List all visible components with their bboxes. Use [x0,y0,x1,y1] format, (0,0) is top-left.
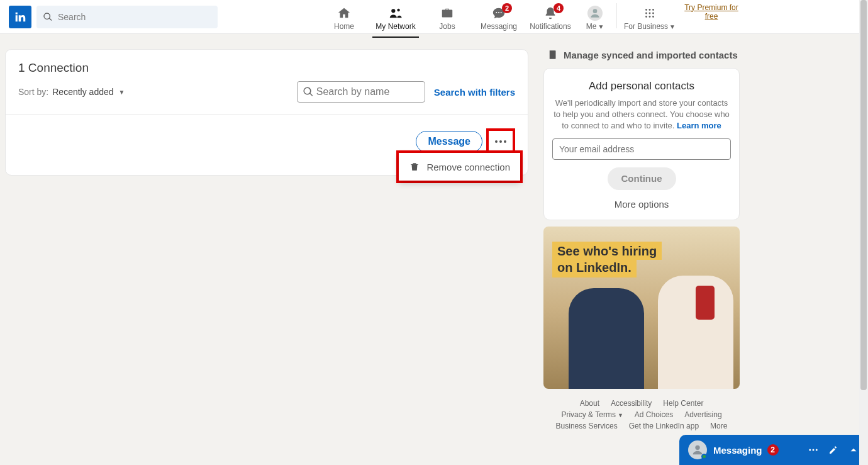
footer-accessibility[interactable]: Accessibility [611,399,652,408]
footer-adchoices[interactable]: Ad Choices [635,410,673,419]
caret-down-icon: ▼ [618,412,623,418]
svg-point-7 [649,9,651,11]
more-horizontal-icon[interactable] [808,444,819,456]
svg-point-11 [652,12,654,14]
svg-point-13 [649,16,651,18]
ad-text-line1: See who's hiring [552,242,662,260]
footer-help[interactable]: Help Center [663,399,703,408]
people-icon [389,6,403,20]
dock-badge: 2 [767,444,779,456]
dock-title: Messaging [713,445,762,456]
nav-divider [616,3,617,28]
message-button[interactable]: Message [416,131,482,152]
svg-point-4 [501,12,502,13]
svg-point-14 [652,16,654,18]
search-with-filters-link[interactable]: Search with filters [434,87,515,98]
avatar-icon [688,440,707,459]
svg-point-10 [649,12,651,14]
email-input[interactable] [552,138,731,160]
continue-button[interactable]: Continue [608,167,676,190]
ad-text-line2: on LinkedIn. [552,259,637,277]
svg-point-2 [496,12,497,13]
footer-links: About Accessibility Help Center Privacy … [543,399,740,430]
search-placeholder: Search [58,12,86,22]
vertical-scrollbar[interactable] [859,0,868,465]
svg-point-0 [391,9,395,13]
address-book-icon [547,49,559,60]
ad-illustration [569,288,644,389]
notifications-badge: 4 [554,3,564,13]
messaging-badge: 2 [502,3,512,13]
search-icon [303,86,314,98]
add-contacts-card: Add personal contacts We'll periodically… [543,68,740,220]
nav-home[interactable]: Home [318,3,370,31]
svg-point-3 [498,12,499,13]
footer-about[interactable]: About [580,399,599,408]
footer-more[interactable]: More [710,422,727,430]
svg-point-17 [813,449,815,451]
compose-icon[interactable] [828,444,839,456]
avatar-icon [587,6,603,21]
svg-point-9 [645,12,647,14]
footer-get-app[interactable]: Get the LinkedIn app [629,422,699,430]
online-status-dot [701,454,707,459]
nav-notifications[interactable]: Notifications 4 [525,3,576,31]
manage-contacts-link[interactable]: Manage synced and imported contacts [543,49,740,60]
learn-more-link[interactable]: Learn more [677,121,721,130]
svg-point-1 [397,8,399,11]
try-premium-link[interactable]: Try Premium for free [680,3,743,21]
footer-business-services[interactable]: Business Services [556,422,618,430]
add-contacts-title: Add personal contacts [552,80,732,92]
briefcase-icon [440,6,454,20]
linkedin-logo[interactable] [9,6,31,28]
chevron-up-icon[interactable] [848,444,859,456]
nav-my-network[interactable]: My Network [370,3,421,31]
connections-card: 1 Connection Sort by: Recently added ▼ S… [5,49,528,176]
search-icon [43,12,53,22]
connections-title: 1 Connection [18,61,515,75]
svg-point-12 [645,16,647,18]
home-icon [337,6,351,20]
promo-ad[interactable]: See who's hiring on LinkedIn. [543,227,740,389]
nav-me[interactable]: Me▼ [576,3,614,31]
ad-illustration [696,286,715,320]
svg-point-5 [593,9,598,13]
sort-by-value[interactable]: Recently added [52,87,113,97]
global-header: Search Home My Network Jobs Messaging 2 … [0,0,868,34]
trash-icon [409,161,420,172]
svg-point-6 [645,9,647,11]
svg-point-18 [816,449,818,451]
search-by-name-input[interactable]: Search by name [297,81,425,103]
highlight-box-remove: Remove connection [396,150,523,183]
nav-messaging[interactable]: Messaging 2 [473,3,525,31]
caret-down-icon: ▼ [669,23,676,30]
more-options-link[interactable]: More options [552,199,732,210]
sort-by-label: Sort by: [18,87,48,97]
nav-jobs[interactable]: Jobs [421,3,473,31]
caret-down-icon[interactable]: ▼ [119,89,125,96]
nav-for-business[interactable]: For Business▼ [620,3,680,31]
caret-down-icon: ▼ [598,23,604,30]
primary-nav: Home My Network Jobs Messaging 2 Notific… [318,3,743,31]
svg-point-15 [695,445,699,450]
messaging-dock[interactable]: Messaging 2 [679,435,868,465]
svg-point-16 [809,449,811,451]
add-contacts-subtitle: We'll periodically import and store your… [552,98,732,132]
svg-point-8 [652,9,654,11]
grid-icon [643,6,657,20]
footer-advertising[interactable]: Advertising [684,410,721,419]
remove-connection-menu-item[interactable]: Remove connection [399,153,520,181]
more-actions-button[interactable] [489,131,513,152]
global-search[interactable]: Search [36,6,218,28]
footer-privacy[interactable]: Privacy & Terms▼ [561,410,623,419]
